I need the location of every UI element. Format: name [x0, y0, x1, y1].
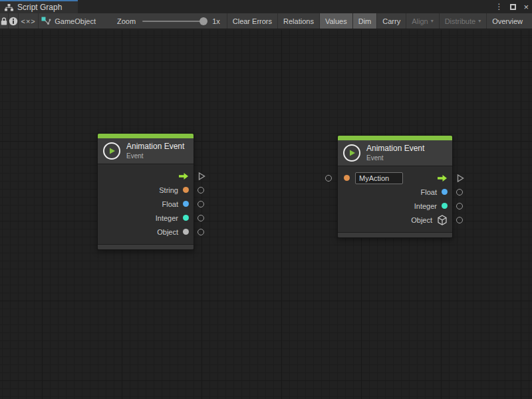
node-header[interactable]: Animation Event Event [338, 140, 452, 166]
close-icon[interactable]: × [523, 3, 529, 11]
title-bar: Script Graph ⋮ × [0, 0, 532, 13]
output-row-object: Object [338, 213, 452, 227]
maximize-icon[interactable] [510, 4, 516, 10]
node-footer [338, 232, 452, 237]
name-input-row [338, 171, 452, 185]
name-input-port[interactable] [325, 175, 332, 182]
object-output-port[interactable] [198, 229, 204, 235]
overview-button[interactable]: Overview [487, 13, 532, 29]
zoom-value: 1x [212, 17, 220, 25]
integer-output-port[interactable] [456, 203, 463, 209]
target-gameobject-label[interactable]: GameObject [55, 17, 96, 25]
node-body: Float Integer Object [338, 166, 452, 232]
animation-event-node-2[interactable]: Animation Event Event Float [337, 135, 453, 238]
flow-arrow-icon [178, 172, 189, 180]
lock-button[interactable] [0, 13, 9, 29]
values-button[interactable]: Values [320, 13, 353, 29]
distribute-dropdown[interactable]: Distribute ▾ [440, 13, 487, 29]
code-preview-toggle[interactable]: <×> [19, 13, 39, 29]
code-toggle-icon: <×> [21, 17, 35, 25]
dim-button[interactable]: Dim [353, 13, 378, 29]
animation-event-node-1[interactable]: Animation Event Event String [97, 133, 194, 250]
script-graph-icon [5, 4, 13, 11]
gameobject-cube-icon [437, 215, 448, 225]
object-output-port[interactable] [456, 217, 463, 223]
object-type-dot [183, 229, 189, 235]
float-type-dot [183, 201, 189, 207]
gameobject-graph-icon [41, 17, 51, 26]
node-body: String Float Integer Object [98, 164, 194, 244]
integer-type-dot [183, 215, 189, 221]
event-play-icon [343, 144, 360, 162]
flow-output-port[interactable] [198, 172, 205, 180]
float-output-port[interactable] [198, 201, 204, 207]
info-icon [9, 17, 18, 26]
integer-output-port[interactable] [198, 215, 204, 221]
string-output-port[interactable] [198, 187, 204, 194]
node-accent-bar [338, 136, 452, 140]
zoom-slider[interactable] [142, 21, 206, 22]
window-menu-icon[interactable]: ⋮ [495, 3, 503, 11]
window-controls: ⋮ × [495, 0, 529, 13]
node-header[interactable]: Animation Event Event [98, 138, 194, 164]
node-footer [98, 244, 194, 249]
node-subtitle: Event [126, 152, 184, 160]
string-type-dot [183, 187, 189, 193]
float-output-port[interactable] [456, 189, 463, 196]
carry-button[interactable]: Carry [377, 13, 406, 29]
output-row-string: String [98, 183, 194, 197]
node-title: Animation Event [126, 142, 184, 151]
align-dropdown[interactable]: Align ▾ [406, 13, 439, 29]
chevron-down-icon: ▾ [431, 19, 434, 24]
output-row-integer: Integer [98, 211, 194, 225]
output-row-float: Float [98, 197, 194, 211]
flow-arrow-icon [437, 174, 448, 182]
node-title: Animation Event [366, 144, 424, 153]
node-subtitle: Event [366, 154, 424, 162]
integer-type-dot [442, 203, 448, 209]
script-graph-window: Script Graph ⋮ × <×> [0, 0, 532, 399]
float-type-dot [442, 189, 448, 195]
toolbar-middle: GameObject Zoom 1x [39, 13, 227, 29]
flow-output-port[interactable] [457, 174, 464, 182]
event-play-icon [103, 142, 120, 160]
output-row-float: Float [338, 185, 452, 199]
clear-errors-button[interactable]: Clear Errors [227, 13, 278, 29]
graph-canvas[interactable]: Animation Event Event String [0, 30, 532, 399]
lock-icon [0, 17, 8, 26]
flow-output-row [98, 169, 194, 183]
zoom-label: Zoom [117, 17, 136, 25]
output-row-object: Object [98, 225, 194, 239]
relations-button[interactable]: Relations [278, 13, 320, 29]
node-accent-bar [98, 134, 194, 138]
graph-toolbar: <×> GameObject Zoom 1x Clear Errors Rela… [0, 13, 532, 29]
string-type-dot [344, 175, 350, 181]
tab-title: Script Graph [17, 3, 62, 12]
info-button[interactable] [9, 13, 19, 29]
event-name-field[interactable] [355, 172, 403, 184]
output-row-integer: Integer [338, 199, 452, 213]
tab-script-graph[interactable]: Script Graph [0, 0, 78, 13]
chevron-down-icon: ▾ [478, 19, 481, 24]
zoom-slider-handle[interactable] [200, 17, 207, 25]
